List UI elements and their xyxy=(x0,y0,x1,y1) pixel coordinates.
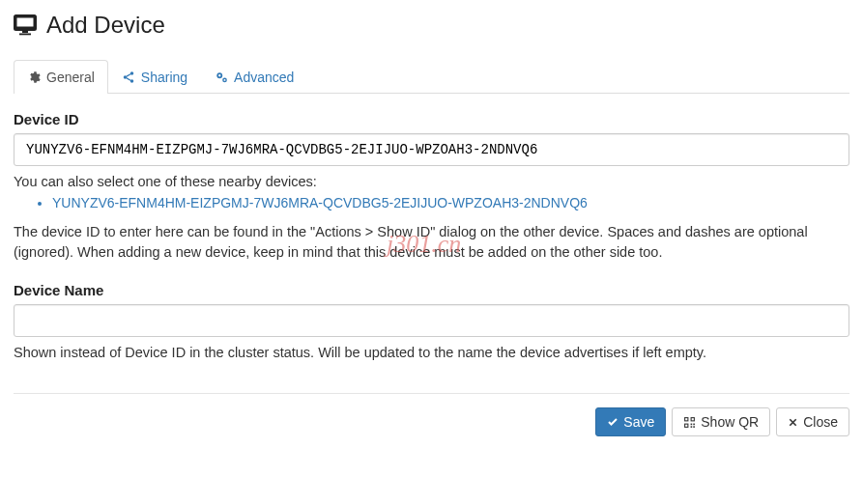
svg-rect-19 xyxy=(691,426,693,428)
tab-sharing-label: Sharing xyxy=(141,70,187,85)
svg-rect-3 xyxy=(19,34,31,36)
svg-point-6 xyxy=(130,79,134,83)
svg-point-4 xyxy=(130,71,134,75)
check-icon xyxy=(607,416,618,428)
svg-rect-18 xyxy=(694,423,696,425)
share-icon xyxy=(122,70,135,84)
dialog-footer: Save Show QR Close xyxy=(14,393,849,436)
svg-rect-16 xyxy=(685,424,687,426)
nearby-intro-text: You can also select one of these nearby … xyxy=(14,174,849,189)
dialog-title: Add Device xyxy=(46,12,165,39)
cogs-icon xyxy=(215,70,228,84)
tab-sharing[interactable]: Sharing xyxy=(108,60,201,94)
tab-general-label: General xyxy=(46,70,95,85)
tab-advanced-label: Advanced xyxy=(234,70,294,85)
device-id-input[interactable] xyxy=(14,133,849,166)
device-name-label: Device Name xyxy=(14,282,849,298)
list-item: YUNYZV6-EFNM4HM-EIZPGMJ-7WJ6MRA-QCVDBG5-… xyxy=(52,195,849,210)
svg-rect-1 xyxy=(16,17,35,28)
tab-general[interactable]: General xyxy=(14,60,108,94)
dialog-header: Add Device xyxy=(14,12,849,39)
tab-advanced[interactable]: Advanced xyxy=(201,60,307,94)
close-button-label: Close xyxy=(803,414,838,430)
device-id-group: Device ID You can also select one of the… xyxy=(14,111,849,263)
tab-bar: General Sharing Advanced xyxy=(14,60,849,94)
close-button[interactable]: Close xyxy=(776,407,849,436)
show-qr-button[interactable]: Show QR xyxy=(672,407,770,436)
save-button-label: Save xyxy=(623,414,654,430)
monitor-icon xyxy=(14,14,37,36)
svg-point-10 xyxy=(224,79,226,81)
svg-point-5 xyxy=(124,75,128,79)
device-id-help-text: The device ID to enter here can be found… xyxy=(14,222,849,263)
save-button[interactable]: Save xyxy=(595,407,666,436)
svg-rect-2 xyxy=(22,31,28,33)
svg-rect-12 xyxy=(685,418,687,420)
device-name-group: Device Name Shown instead of Device ID i… xyxy=(14,282,849,360)
svg-rect-14 xyxy=(692,418,694,420)
qrcode-icon xyxy=(683,416,696,429)
device-name-input[interactable] xyxy=(14,304,849,337)
svg-rect-20 xyxy=(694,426,696,428)
gear-icon xyxy=(27,70,41,84)
nearby-device-link[interactable]: YUNYZV6-EFNM4HM-EIZPGMJ-7WJ6MRA-QCVDBG5-… xyxy=(52,195,588,210)
svg-rect-17 xyxy=(691,423,693,425)
svg-point-8 xyxy=(218,74,220,76)
show-qr-button-label: Show QR xyxy=(701,414,759,430)
close-icon xyxy=(788,417,798,428)
nearby-device-list: YUNYZV6-EFNM4HM-EIZPGMJ-7WJ6MRA-QCVDBG5-… xyxy=(14,195,849,210)
device-id-label: Device ID xyxy=(14,111,849,127)
device-name-help-text: Shown instead of Device ID in the cluste… xyxy=(14,345,849,360)
